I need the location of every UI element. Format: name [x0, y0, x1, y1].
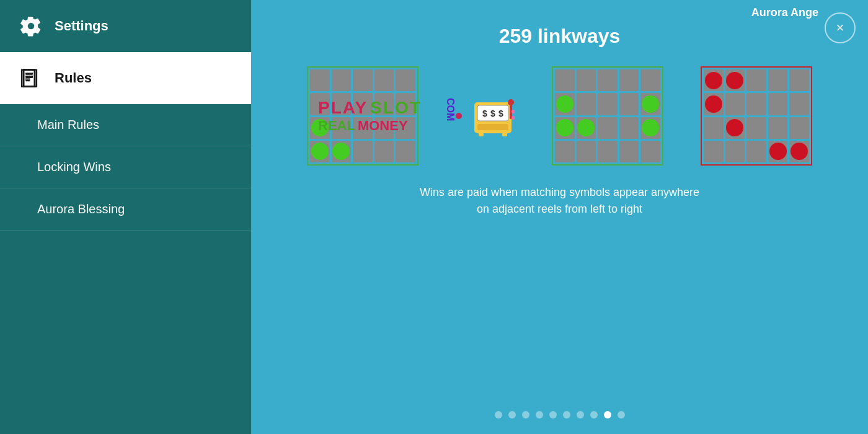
- sidebar-item-aurora-blessing[interactable]: Aurora Blessing: [0, 188, 251, 231]
- grid2-cell-2-4: [640, 117, 660, 139]
- grid2-cell-1-3: [619, 93, 639, 115]
- svg-text:$: $: [490, 108, 495, 118]
- grid3-cell-3-3: [768, 141, 788, 162]
- grid3-cell-1-3: [768, 93, 788, 115]
- grid2-cell-2-2: [598, 117, 618, 139]
- grid-diagram-3: [701, 66, 812, 166]
- grid3-cell-2-3: [768, 117, 788, 139]
- grid2-cell-2-3: [619, 117, 639, 139]
- sidebar-item-main-rules[interactable]: Main Rules: [0, 104, 251, 146]
- grid1-cell-3-3: [374, 141, 394, 162]
- grid2-cell-3-2: [598, 141, 618, 162]
- grid-diagram-1: [307, 66, 418, 166]
- grid2-cell-3-3: [619, 141, 639, 162]
- grid1-cell-0-3: [374, 69, 394, 91]
- grid1-cell-2-4: [396, 117, 415, 139]
- svg-text:$: $: [498, 108, 503, 118]
- svg-rect-15: [477, 124, 508, 130]
- grid1-cell-2-3: [374, 117, 394, 139]
- description-text: Wins are paid when matching symbols appe…: [420, 184, 699, 218]
- grid1-cell-1-1: [332, 93, 352, 115]
- grid2-cell-3-1: [577, 141, 596, 162]
- grid1-cell-0-1: [332, 69, 352, 91]
- rules-icon: [19, 66, 43, 91]
- grid3-cell-2-4: [789, 117, 809, 139]
- grid1-cell-3-1: [332, 141, 352, 162]
- grid3-cell-1-0: [704, 93, 724, 115]
- grid1-cell-3-0: [310, 141, 330, 162]
- slot-machine-group: $ $ $: [456, 90, 515, 142]
- grid1-cell-0-4: [396, 69, 415, 91]
- grid3-cell-2-0: [704, 117, 724, 139]
- grid1-cell-1-0: [310, 93, 330, 115]
- grid2-cell-0-2: [598, 69, 618, 91]
- grid2-cell-0-3: [619, 69, 639, 91]
- grid1-cell-1-4: [396, 93, 415, 115]
- pagination-dot-2[interactable]: [522, 411, 529, 418]
- grid1-cell-1-2: [353, 93, 373, 115]
- grid2-cell-1-1: [577, 93, 596, 115]
- grid2-cell-1-2: [598, 93, 618, 115]
- grid3-cell-1-4: [789, 93, 809, 115]
- grid2-cell-3-0: [555, 141, 575, 162]
- pagination: [495, 411, 625, 418]
- pagination-dot-6[interactable]: [577, 411, 584, 418]
- grid2-cell-0-1: [577, 69, 596, 91]
- gear-icon: [19, 14, 43, 38]
- grid3-cell-1-1: [725, 93, 745, 115]
- pagination-dot-1[interactable]: [508, 411, 516, 418]
- close-button[interactable]: ×: [825, 12, 856, 43]
- grid3-cell-0-1: [725, 69, 745, 91]
- grid1-cell-0-0: [310, 69, 330, 91]
- pagination-dot-7[interactable]: [590, 411, 598, 418]
- sidebar-item-locking-wins[interactable]: Locking Wins: [0, 146, 251, 188]
- grid3-cell-0-0: [704, 69, 724, 91]
- diagrams-container: PLAY SLOT REAL MONEY COM: [307, 66, 812, 166]
- svg-rect-1: [23, 69, 25, 87]
- pagination-dot-9[interactable]: [618, 411, 625, 418]
- svg-rect-6: [25, 80, 30, 81]
- grid-diagram-2: [552, 66, 663, 166]
- svg-point-19: [508, 99, 514, 105]
- grid1-cell-2-2: [353, 117, 373, 139]
- sidebar-item-rules[interactable]: Rules: [0, 52, 251, 104]
- pagination-dot-8[interactable]: [604, 411, 611, 418]
- grid3-cell-0-4: [789, 69, 809, 91]
- grid2-cell-2-1: [577, 117, 596, 139]
- grid1-cell-0-2: [353, 69, 373, 91]
- main-content: Aurora Ange × 259 linkways PLAY SLOT REA…: [251, 0, 868, 434]
- grid3-cell-2-1: [725, 117, 745, 139]
- svg-text:$: $: [482, 108, 487, 118]
- svg-rect-16: [479, 130, 484, 136]
- grid1-cell-3-4: [396, 141, 415, 162]
- settings-label: Settings: [55, 18, 108, 34]
- grid3-cell-0-3: [768, 69, 788, 91]
- grid3-cell-1-2: [746, 93, 766, 115]
- grid3-cell-0-2: [746, 69, 766, 91]
- grid3-cell-3-4: [789, 141, 809, 162]
- dot-separator: [456, 113, 462, 119]
- page-title: 259 linkways: [499, 25, 621, 48]
- pagination-dot-0[interactable]: [495, 411, 502, 418]
- slot-machine-icon: $ $ $: [471, 90, 515, 142]
- grid2-cell-0-4: [640, 69, 660, 91]
- grid1-cell-1-3: [374, 93, 394, 115]
- grid3-cell-3-0: [704, 141, 724, 162]
- pagination-dot-5[interactable]: [563, 411, 570, 418]
- svg-rect-17: [502, 130, 507, 136]
- pagination-dot-3[interactable]: [536, 411, 543, 418]
- grid3-cell-3-1: [725, 141, 745, 162]
- grid2-cell-2-0: [555, 117, 575, 139]
- grid2-cell-0-0: [555, 69, 575, 91]
- grid2-cell-1-0: [555, 93, 575, 115]
- rules-sub-menu: Main Rules Locking Wins Aurora Blessing: [0, 104, 251, 231]
- grid1-cell-2-0: [310, 117, 330, 139]
- svg-rect-3: [34, 69, 36, 87]
- grid1-cell-2-1: [332, 117, 352, 139]
- grid2-cell-3-4: [640, 141, 660, 162]
- grid2-cell-1-4: [640, 93, 660, 115]
- aurora-angel-label: Aurora Ange: [751, 6, 818, 19]
- pagination-dot-4[interactable]: [549, 411, 557, 418]
- grid1-cell-3-2: [353, 141, 373, 162]
- sidebar-item-settings[interactable]: Settings: [0, 0, 251, 52]
